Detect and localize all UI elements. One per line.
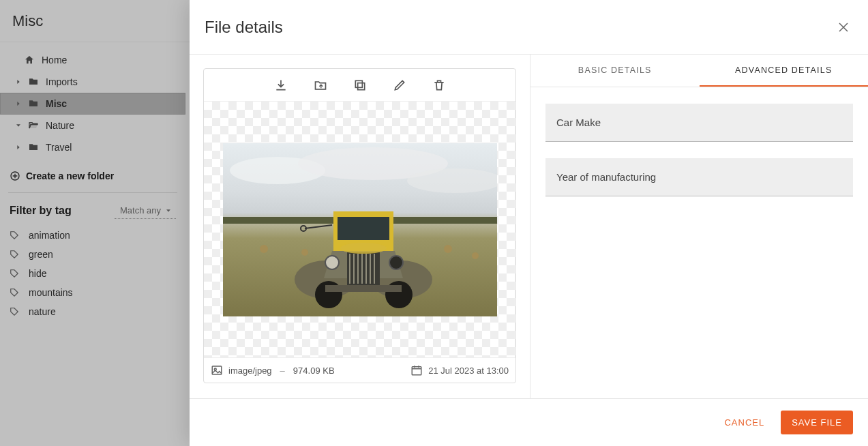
image-icon <box>211 364 223 376</box>
modal-body: image/jpeg – 974.09 KB 21 Jul 2023 at 13… <box>190 55 868 398</box>
pencil-icon <box>393 78 406 92</box>
field-car-make[interactable]: Car Make <box>545 104 853 142</box>
download-icon <box>274 78 288 92</box>
svg-point-25 <box>325 256 339 269</box>
modal-title: File details <box>205 18 283 37</box>
svg-rect-1 <box>357 83 364 89</box>
file-size: 974.09 KB <box>293 366 335 376</box>
file-meta-row: image/jpeg – 974.09 KB 21 Jul 2023 at 13… <box>204 358 515 383</box>
file-date-value: 21 Jul 2023 at 13:00 <box>428 366 509 376</box>
svg-point-26 <box>389 256 403 269</box>
image-preview <box>223 143 497 316</box>
svg-rect-16 <box>338 217 389 240</box>
close-button[interactable] <box>834 18 853 37</box>
file-type-size: image/jpeg – 974.09 KB <box>211 364 335 376</box>
svg-point-30 <box>340 243 387 254</box>
tab-label: BASIC DETAILS <box>578 65 652 75</box>
modal-header: File details <box>190 0 868 55</box>
separator: – <box>280 366 285 376</box>
svg-line-28 <box>305 225 332 228</box>
svg-point-10 <box>472 252 479 259</box>
image-preview-area <box>204 102 515 358</box>
edit-button[interactable] <box>390 76 409 95</box>
image-content-icon <box>223 143 497 316</box>
tab-basic-details[interactable]: BASIC DETAILS <box>530 55 700 87</box>
details-fields: Car Make Year of manufacturing <box>530 87 868 213</box>
move-to-folder-button[interactable] <box>311 76 330 95</box>
tab-advanced-details[interactable]: ADVANCED DETAILS <box>700 55 869 87</box>
file-details-modal: File details <box>190 0 868 446</box>
copy-button[interactable] <box>350 76 370 95</box>
folder-move-icon <box>314 78 327 92</box>
field-label: Car Make <box>556 117 601 128</box>
file-date: 21 Jul 2023 at 13:00 <box>410 364 509 376</box>
svg-rect-2 <box>355 80 362 87</box>
field-year-of-manufacturing[interactable]: Year of manufacturing <box>545 158 853 196</box>
save-label: SAVE FILE <box>792 417 842 428</box>
close-icon <box>837 21 850 33</box>
svg-rect-27 <box>325 285 402 292</box>
preview-card: image/jpeg – 974.09 KB 21 Jul 2023 at 13… <box>203 68 516 383</box>
field-label: Year of manufacturing <box>556 171 656 183</box>
svg-point-7 <box>260 245 268 253</box>
svg-point-9 <box>444 245 452 253</box>
cancel-button[interactable]: CANCEL <box>720 411 768 434</box>
details-column: BASIC DETAILS ADVANCED DETAILS Car Make … <box>530 55 868 398</box>
preview-toolbar <box>204 69 515 102</box>
calendar-icon <box>410 364 423 376</box>
file-mime: image/jpeg <box>228 366 272 376</box>
preview-column: image/jpeg – 974.09 KB 21 Jul 2023 at 13… <box>190 55 530 398</box>
modal-footer: CANCEL SAVE FILE <box>190 398 868 446</box>
svg-rect-33 <box>412 367 421 375</box>
cancel-label: CANCEL <box>724 417 764 428</box>
save-file-button[interactable]: SAVE FILE <box>781 411 853 434</box>
copy-icon <box>353 78 367 92</box>
svg-point-8 <box>301 249 308 256</box>
trash-icon <box>432 78 446 92</box>
details-tabs: BASIC DETAILS ADVANCED DETAILS <box>530 55 868 87</box>
tab-label: ADVANCED DETAILS <box>735 65 832 75</box>
download-button[interactable] <box>271 76 290 95</box>
svg-rect-31 <box>212 366 222 374</box>
delete-button[interactable] <box>430 76 449 95</box>
